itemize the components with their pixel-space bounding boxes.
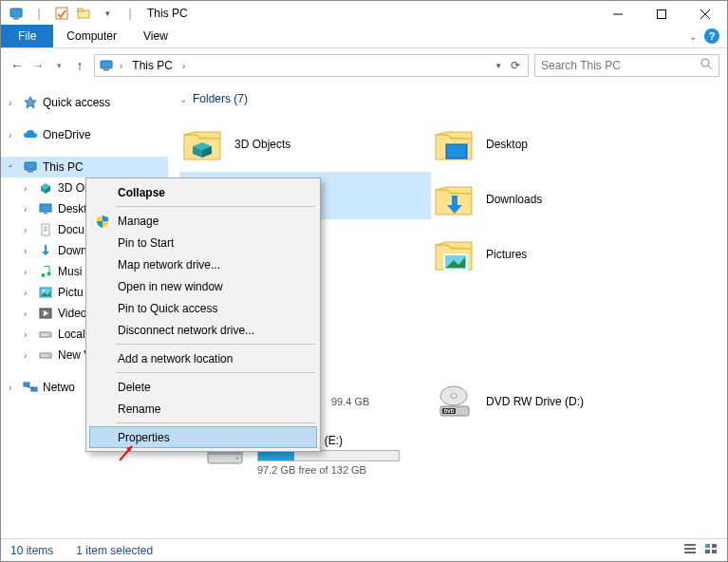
tab-computer[interactable]: Computer xyxy=(53,25,130,47)
ctx-rename[interactable]: Rename xyxy=(89,398,317,420)
tree-quick-access[interactable]: › Quick access xyxy=(1,92,168,113)
svg-rect-4 xyxy=(78,9,83,11)
drive-free-text: 99.4 GB xyxy=(331,396,369,407)
svg-line-12 xyxy=(708,66,712,69)
svg-rect-10 xyxy=(103,69,109,71)
svg-rect-65 xyxy=(712,550,717,553)
tree-label: Deskt xyxy=(58,202,87,215)
tree-label: Docu xyxy=(58,223,84,236)
folder-downloads[interactable]: Downloads xyxy=(431,172,682,227)
ctx-pin-start[interactable]: Pin to Start xyxy=(89,232,317,253)
ctx-delete[interactable]: Delete xyxy=(89,376,317,398)
tab-file[interactable]: File xyxy=(1,25,53,47)
tree-label: Netwo xyxy=(43,381,75,394)
window-title: This PC xyxy=(147,7,188,20)
app-icon xyxy=(8,5,25,22)
svg-rect-14 xyxy=(25,162,36,170)
svg-point-56 xyxy=(236,458,239,460)
chevron-right-icon[interactable]: › xyxy=(9,130,18,140)
ctx-add-network-location[interactable]: Add a network location xyxy=(89,347,317,369)
qat-separator: | xyxy=(30,5,47,22)
folder-3d-objects[interactable]: 3D Objects xyxy=(179,117,431,172)
ctx-map-drive[interactable]: Map network drive... xyxy=(89,253,317,275)
tab-view[interactable]: View xyxy=(130,25,181,47)
tree-label: This PC xyxy=(43,160,84,174)
svg-rect-6 xyxy=(658,10,666,19)
svg-point-50 xyxy=(451,394,457,399)
view-details-icon[interactable] xyxy=(683,543,697,557)
folder-pictures[interactable]: Pictures xyxy=(431,227,682,282)
drive-icon xyxy=(37,327,54,342)
qat-separator-2: | xyxy=(121,5,139,22)
folder-desktop-icon xyxy=(431,122,476,167)
svg-point-35 xyxy=(48,334,50,336)
pc-icon xyxy=(99,58,114,73)
svg-rect-44 xyxy=(446,144,467,159)
chevron-down-icon[interactable]: › xyxy=(7,160,21,175)
ctx-manage[interactable]: Manage xyxy=(89,210,317,232)
forward-button[interactable]: → xyxy=(29,58,47,73)
svg-point-37 xyxy=(48,355,50,357)
folders-group-header[interactable]: ⌄ Folders (7) xyxy=(179,92,727,105)
search-input[interactable]: Search This PC xyxy=(534,54,719,77)
tree-label: Video xyxy=(58,307,86,320)
window-controls xyxy=(596,1,727,28)
folder-downloads-icon xyxy=(431,177,476,222)
recent-dropdown[interactable]: ▾ xyxy=(50,61,67,70)
svg-rect-60 xyxy=(684,548,696,550)
folder-label: Pictures xyxy=(486,248,527,261)
ctx-disconnect-drive[interactable]: Disconnect network drive... xyxy=(89,319,317,341)
back-button[interactable]: ← xyxy=(9,58,26,73)
view-large-icons-icon[interactable] xyxy=(704,543,718,557)
tree-label: Musi xyxy=(58,265,82,278)
videos-icon xyxy=(37,306,54,321)
breadcrumb-location[interactable]: This PC xyxy=(128,59,177,72)
tree-label: Quick access xyxy=(43,96,110,109)
chevron-right-icon[interactable]: › xyxy=(120,61,122,71)
svg-rect-64 xyxy=(705,550,710,553)
svg-text:DVD: DVD xyxy=(444,408,455,414)
address-dropdown-icon[interactable]: ▾ xyxy=(493,61,505,70)
ribbon-collapse-icon[interactable]: ⌄ xyxy=(689,31,697,42)
chevron-right-icon[interactable]: › xyxy=(9,98,18,108)
up-button[interactable]: ↑ xyxy=(71,58,88,73)
ctx-collapse[interactable]: Collapse xyxy=(89,181,317,203)
drive-label: DVD RW Drive (D:) xyxy=(486,395,584,408)
close-button[interactable] xyxy=(683,1,727,28)
ctx-pin-quick-access[interactable]: Pin to Quick access xyxy=(89,297,317,319)
shield-icon xyxy=(95,214,110,229)
folder-3d-icon xyxy=(179,122,225,167)
qat-newfolder-icon[interactable] xyxy=(76,5,93,22)
maximize-button[interactable] xyxy=(640,1,683,28)
status-bar: 10 items 1 item selected xyxy=(1,538,727,561)
tree-label: OneDrive xyxy=(43,128,91,141)
svg-rect-61 xyxy=(684,552,696,553)
svg-rect-59 xyxy=(684,544,696,546)
ctx-open-new-window[interactable]: Open in new window xyxy=(89,275,317,297)
address-bar[interactable]: › This PC › ▾ ⟳ xyxy=(94,54,529,77)
dvd-drive-icon: DVD xyxy=(431,379,476,424)
svg-rect-19 xyxy=(40,204,51,212)
tree-this-pc[interactable]: › This PC xyxy=(1,157,168,178)
refresh-icon[interactable]: ⟳ xyxy=(507,59,524,72)
svg-rect-20 xyxy=(44,213,47,214)
svg-marker-13 xyxy=(25,97,36,108)
star-icon xyxy=(22,95,39,110)
drive-free-text: 97.2 GB free of 132 GB xyxy=(257,464,400,476)
svg-rect-9 xyxy=(101,61,112,68)
svg-rect-2 xyxy=(56,8,67,19)
drive-dvd[interactable]: DVD DVD RW Drive (D:) xyxy=(431,375,682,428)
minimize-button[interactable] xyxy=(596,1,640,28)
tree-onedrive[interactable]: › OneDrive xyxy=(1,124,168,145)
folder-desktop[interactable]: Desktop xyxy=(431,117,682,172)
chevron-right-icon-2[interactable]: › xyxy=(182,61,185,71)
qat-properties-icon[interactable] xyxy=(53,5,70,22)
help-icon[interactable]: ? xyxy=(704,28,719,44)
annotation-arrow xyxy=(117,442,138,463)
chevron-down-icon[interactable]: ⌄ xyxy=(179,94,187,104)
drive-icon xyxy=(37,347,54,363)
qat-dropdown-icon[interactable]: ▾ xyxy=(99,5,116,22)
music-icon xyxy=(37,264,54,279)
svg-point-27 xyxy=(42,273,46,277)
folder-label: 3D Objects xyxy=(234,138,290,151)
